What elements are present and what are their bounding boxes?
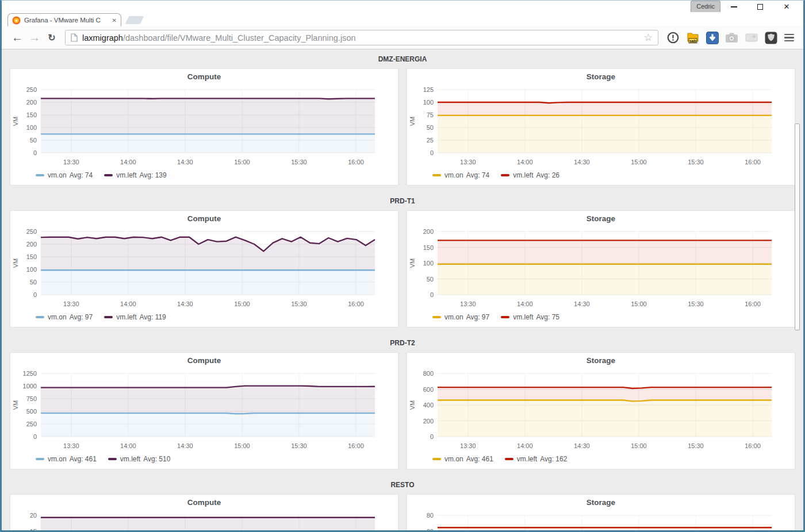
panel-title[interactable]: Storage bbox=[407, 72, 795, 81]
download-arrow-extension-icon[interactable] bbox=[706, 31, 719, 44]
svg-text:14:30: 14:30 bbox=[177, 159, 193, 165]
svg-text:15:30: 15:30 bbox=[688, 300, 704, 307]
svg-text:250: 250 bbox=[26, 421, 37, 427]
close-button[interactable]: ✕ bbox=[773, 1, 800, 13]
svg-text:16:00: 16:00 bbox=[745, 159, 761, 165]
svg-text:16:00: 16:00 bbox=[348, 159, 364, 165]
forward-icon[interactable]: → bbox=[26, 31, 43, 44]
minimize-button[interactable] bbox=[720, 1, 747, 13]
svg-text:75: 75 bbox=[427, 111, 434, 118]
new-tab-button[interactable] bbox=[125, 16, 144, 24]
dashboard-row-title[interactable]: RESTO bbox=[2, 475, 803, 494]
browser-window: Cedric ✕ Grafana - VMware Multi C ✕ ← → … bbox=[0, 0, 805, 532]
svg-text:15:00: 15:00 bbox=[631, 159, 647, 165]
panel-chart[interactable]: 05010015020025013:3014:0014:3015:0015:30… bbox=[10, 211, 398, 327]
legend-item[interactable]: vm.leftAvg: 139 bbox=[104, 171, 167, 179]
legend-color-swatch bbox=[432, 316, 441, 318]
svg-text:15:00: 15:00 bbox=[234, 300, 250, 307]
keyhole-circle-extension-icon[interactable] bbox=[666, 31, 680, 44]
grafana-panel-compute: Compute0510152013:3014:0014:3015:0015:30… bbox=[10, 494, 398, 530]
legend-item[interactable]: vm.leftAvg: 162 bbox=[505, 455, 568, 463]
svg-text:VM: VM bbox=[12, 259, 19, 268]
svg-text:14:30: 14:30 bbox=[177, 300, 193, 307]
svg-text:200: 200 bbox=[26, 241, 37, 248]
grafana-panel-compute: Compute05010015020025013:3014:0014:3015:… bbox=[10, 210, 398, 327]
legend-item[interactable]: vm.leftAvg: 119 bbox=[104, 313, 166, 321]
panel-title[interactable]: Compute bbox=[10, 214, 398, 223]
tab-strip: Grafana - VMware Multi C ✕ bbox=[2, 13, 803, 26]
legend-color-swatch bbox=[505, 458, 513, 460]
legend-item[interactable]: vm.leftAvg: 26 bbox=[501, 171, 559, 179]
maximize-button[interactable] bbox=[747, 1, 773, 13]
svg-text:15:30: 15:30 bbox=[291, 442, 307, 449]
panel-title[interactable]: Storage bbox=[407, 214, 795, 223]
svg-text:14:00: 14:00 bbox=[517, 442, 533, 449]
reload-icon[interactable]: ↻ bbox=[43, 32, 60, 43]
legend-color-swatch bbox=[104, 174, 113, 176]
bookmark-star-icon[interactable]: ☆ bbox=[644, 32, 653, 44]
panel-chart[interactable]: 020040060080013:3014:0014:3015:0015:3016… bbox=[407, 353, 795, 469]
svg-text:13:30: 13:30 bbox=[63, 300, 79, 307]
svg-text:15:30: 15:30 bbox=[688, 159, 704, 165]
legend-series-name: vm.left bbox=[517, 455, 537, 463]
panel-chart[interactable]: 02505007501000125013:3014:0014:3015:0015… bbox=[10, 353, 398, 469]
svg-text:13:30: 13:30 bbox=[460, 300, 476, 307]
svg-text:sab: sab bbox=[689, 38, 696, 43]
panel-title[interactable]: Compute bbox=[10, 72, 398, 81]
legend-item[interactable]: vm.onAvg: 97 bbox=[36, 313, 93, 321]
svg-text:13:30: 13:30 bbox=[63, 442, 79, 449]
legend-item[interactable]: vm.leftAvg: 75 bbox=[501, 313, 559, 321]
tab-close-icon[interactable]: ✕ bbox=[112, 17, 117, 24]
browser-tab[interactable]: Grafana - VMware Multi C ✕ bbox=[7, 13, 121, 26]
back-icon[interactable]: ← bbox=[9, 31, 26, 44]
panel-title[interactable]: Compute bbox=[10, 356, 398, 365]
svg-text:15:00: 15:00 bbox=[234, 442, 250, 449]
svg-text:50: 50 bbox=[30, 137, 37, 144]
address-bar[interactable]: laxmigraph/dashboard/file/VMware_Multi_C… bbox=[65, 30, 658, 45]
svg-text:14:00: 14:00 bbox=[120, 442, 136, 449]
url-domain: laxmigraph bbox=[82, 33, 123, 43]
panel-legend: vm.onAvg: 74vm.leftAvg: 139 bbox=[36, 171, 167, 179]
legend-item[interactable]: vm.onAvg: 74 bbox=[432, 171, 489, 179]
svg-text:14:00: 14:00 bbox=[517, 159, 533, 165]
svg-text:VM: VM bbox=[409, 259, 416, 268]
svg-text:0: 0 bbox=[430, 149, 434, 156]
grafana-panel-compute: Compute02505007501000125013:3014:0014:30… bbox=[10, 352, 398, 469]
svg-text:14:30: 14:30 bbox=[177, 442, 193, 449]
legend-item[interactable]: vm.leftAvg: 510 bbox=[108, 455, 171, 463]
svg-text:16:00: 16:00 bbox=[348, 442, 364, 449]
legend-item[interactable]: vm.onAvg: 74 bbox=[36, 171, 93, 179]
panel-title[interactable]: Storage bbox=[407, 356, 795, 365]
card-extension-icon[interactable] bbox=[745, 31, 758, 44]
panel-chart[interactable]: 05010015020013:3014:0014:3015:0015:3016:… bbox=[407, 211, 795, 327]
panel-title[interactable]: Compute bbox=[10, 498, 398, 507]
legend-avg-value: Avg: 510 bbox=[143, 455, 170, 463]
svg-text:125: 125 bbox=[423, 86, 434, 93]
svg-text:15: 15 bbox=[30, 528, 37, 531]
sab-folder-extension-icon[interactable]: sab bbox=[686, 31, 699, 44]
panel-legend: vm.onAvg: 97vm.leftAvg: 119 bbox=[36, 313, 166, 321]
toolbar: ← → ↻ laxmigraph/dashboard/file/VMware_M… bbox=[2, 26, 803, 49]
legend-avg-value: Avg: 139 bbox=[140, 171, 167, 179]
panel-legend: vm.onAvg: 74vm.leftAvg: 26 bbox=[432, 171, 559, 179]
dashboard-row-title[interactable]: DMZ-ENERGIA bbox=[2, 49, 803, 68]
grafana-panel-compute: Compute05010015020025013:3014:0014:3015:… bbox=[10, 68, 398, 186]
svg-text:200: 200 bbox=[423, 228, 434, 235]
svg-text:80: 80 bbox=[427, 512, 434, 519]
profile-badge[interactable]: Cedric bbox=[691, 1, 720, 12]
title-bar: Cedric ✕ bbox=[2, 1, 803, 13]
panel-chart[interactable]: 025507510012513:3014:0014:3015:0015:3016… bbox=[407, 69, 795, 185]
panel-chart[interactable]: 05010015020025013:3014:0014:3015:0015:30… bbox=[10, 69, 398, 185]
dashboard-row-title[interactable]: PRD-T1 bbox=[2, 191, 803, 210]
menu-icon[interactable] bbox=[784, 34, 794, 42]
camera-extension-icon[interactable] bbox=[725, 31, 738, 44]
dashboard-row-title[interactable]: PRD-T2 bbox=[2, 333, 803, 352]
legend-item[interactable]: vm.onAvg: 461 bbox=[36, 455, 97, 463]
legend-item[interactable]: vm.onAvg: 461 bbox=[432, 455, 493, 463]
grafana-panel-storage: Storage020040060080013:3014:0014:3015:00… bbox=[407, 352, 795, 469]
svg-text:15:30: 15:30 bbox=[291, 300, 307, 307]
scrollbar-thumb[interactable] bbox=[795, 124, 800, 330]
legend-item[interactable]: vm.onAvg: 97 bbox=[432, 313, 489, 321]
shield-extension-icon[interactable] bbox=[764, 31, 777, 44]
panel-title[interactable]: Storage bbox=[407, 498, 795, 507]
